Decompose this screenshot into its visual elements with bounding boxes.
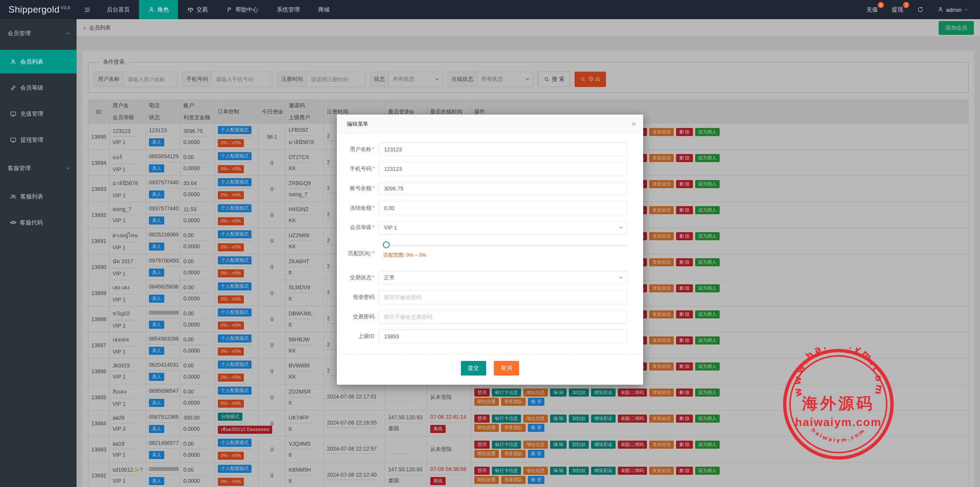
navbar-right: 充值 6 提现 2 admin — [866, 0, 980, 19]
sidebar: 会员管理会员列表会员等级充值管理提现管理客服管理客服列表</>客服代码 — [0, 19, 77, 487]
chevron-down-icon — [619, 277, 623, 281]
screen-icon — [10, 137, 16, 143]
nav-item-2[interactable]: 交易 — [178, 0, 217, 19]
screen-icon — [10, 111, 16, 117]
field-label: 交易状态* — [342, 274, 379, 281]
required-asterisk: * — [372, 274, 374, 280]
code-icon: </> — [10, 220, 16, 226]
nav-item-label: 交易 — [196, 6, 208, 13]
cancel-button[interactable]: 取消 — [494, 361, 519, 375]
withdraw-nav-button[interactable]: 提现 2 — [892, 6, 903, 13]
chevron-down-icon — [65, 166, 70, 171]
withdraw-label: 提现 — [892, 6, 903, 13]
field-input-3[interactable] — [379, 201, 628, 215]
refresh-icon[interactable] — [917, 6, 924, 13]
user-menu[interactable]: admin — [938, 7, 969, 13]
field-input-0[interactable] — [379, 143, 628, 156]
sidebar-item-0-2[interactable]: 充值管理 — [0, 102, 77, 126]
sidebar-group-1[interactable]: 客服管理 — [0, 154, 77, 182]
field-input-9[interactable] — [379, 330, 628, 343]
modal-title: 编辑菜单 — [347, 121, 368, 127]
sidebar-item-0-1[interactable]: 会员等级 — [0, 76, 77, 100]
nav-item-label: 角色 — [157, 6, 169, 13]
field-label: 会员等级* — [342, 224, 379, 231]
edit-member-modal: 编辑菜单 × 用户名称*手机号码*账号余额*冻结金额*会员等级*VIP 1匹配区… — [337, 115, 643, 385]
nav-item-0[interactable]: 后台首页 — [98, 0, 139, 19]
field-label: 冻结金额* — [342, 205, 379, 212]
recharge-badge: 6 — [878, 2, 884, 8]
sidebar-item-label: 客服代码 — [20, 219, 43, 226]
field-label: 手机号码* — [342, 166, 379, 172]
user-icon — [10, 59, 16, 65]
field-label: 匹配区间:* — [342, 250, 379, 257]
recharge-nav-button[interactable]: 充值 6 — [866, 6, 878, 13]
top-navbar: Shippergold V3.0 后台首页角色交易帮助中心系统管理商城 充值 6… — [0, 0, 980, 19]
modal-body: 用户名称*手机号码*账号余额*冻结金额*会员等级*VIP 1匹配区间:*匹配范围… — [337, 133, 643, 351]
field-input-2[interactable] — [379, 182, 628, 195]
app-logo-text: Shippergold — [8, 4, 60, 15]
field-match-range: 匹配区间:*匹配范围: 0% ~ 0% — [342, 240, 628, 269]
field-input-1[interactable] — [379, 162, 628, 176]
recharge-label: 充值 — [866, 6, 878, 13]
flag-icon — [226, 7, 233, 13]
nav-item-label: 系统管理 — [277, 6, 300, 13]
required-asterisk: * — [372, 205, 374, 210]
user-icon — [938, 7, 944, 13]
nav-item-label: 商城 — [318, 6, 330, 13]
app-logo-version: V3.0 — [61, 5, 70, 10]
required-asterisk: * — [372, 250, 374, 256]
modal-field-1: 手机号码* — [342, 162, 628, 176]
nav-item-3[interactable]: 帮助中心 — [217, 0, 268, 19]
sidebar-item-1-0[interactable]: 客服列表 — [0, 185, 77, 208]
chevron-down-icon — [65, 31, 70, 36]
app-logo: Shippergold V3.0 — [0, 0, 77, 19]
field-select-4[interactable]: VIP 1 — [379, 221, 628, 234]
modal-field-9: 上级ID — [342, 330, 628, 343]
sidebar-item-label: 客服列表 — [20, 193, 43, 200]
sidebar-group-label: 会员管理 — [8, 30, 31, 37]
nav-item-5[interactable]: 商城 — [309, 0, 339, 19]
modal-field-7: 登录密码 — [342, 290, 628, 304]
nav-item-4[interactable]: 系统管理 — [268, 0, 309, 19]
required-asterisk: * — [372, 166, 374, 171]
modal-field-3: 冻结金额* — [342, 201, 628, 215]
modal-header: 编辑菜单 × — [337, 115, 643, 133]
sidebar-item-0-0[interactable]: 会员列表 — [0, 50, 77, 74]
field-label: 账号余额* — [342, 185, 379, 192]
range-slider-handle[interactable] — [383, 241, 390, 248]
sidebar-item-label: 提现管理 — [20, 136, 43, 144]
withdraw-badge: 2 — [903, 2, 909, 8]
field-select-6[interactable]: 正常 — [379, 271, 628, 285]
sidebar-item-0-3[interactable]: 提现管理 — [0, 128, 77, 152]
link-icon — [10, 85, 16, 91]
sidebar-group-label: 客服管理 — [8, 165, 31, 172]
sidebar-item-label: 充值管理 — [20, 110, 43, 118]
scales-icon — [187, 7, 194, 13]
nav-item-label: 后台首页 — [107, 6, 130, 13]
sidebar-item-label: 会员等级 — [20, 84, 43, 92]
chevron-up-icon — [964, 7, 969, 12]
chevron-down-icon — [619, 227, 623, 231]
close-icon[interactable]: × — [631, 115, 636, 133]
modal-footer: 提交 取消 — [337, 354, 643, 385]
users-icon — [10, 193, 16, 200]
submit-button[interactable]: 提交 — [461, 361, 486, 375]
user-icon — [148, 7, 155, 13]
sidebar-group-0[interactable]: 会员管理 — [0, 19, 77, 48]
modal-field-8: 交易密码 — [342, 310, 628, 324]
field-input-7[interactable] — [379, 290, 628, 304]
nav-item-1[interactable]: 角色 — [139, 0, 178, 19]
sidebar-item-1-1[interactable]: </>客服代码 — [0, 211, 77, 234]
nav-item-label: 帮助中心 — [235, 6, 258, 13]
required-asterisk: * — [372, 146, 374, 152]
modal-field-2: 账号余额* — [342, 182, 628, 195]
main-content: » 会员列表 添加会员 条件搜索 用户名称手机号码注册时间状态所有状态在线状态所… — [77, 19, 980, 487]
field-label: 上级ID — [342, 333, 379, 340]
sidebar-item-label: 会员列表 — [20, 58, 43, 66]
range-slider-track[interactable] — [384, 245, 628, 246]
hamburger-icon[interactable] — [77, 0, 98, 19]
field-input-8[interactable] — [379, 310, 628, 324]
modal-field-6: 交易状态*正常 — [342, 271, 628, 285]
nav-menu: 后台首页角色交易帮助中心系统管理商城 — [98, 0, 339, 19]
match-range-hint: 匹配范围: 0% ~ 0% — [384, 252, 426, 259]
